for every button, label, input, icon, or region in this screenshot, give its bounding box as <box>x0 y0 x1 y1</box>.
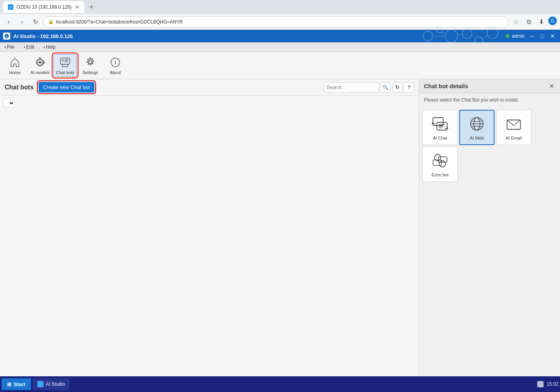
svg-point-5 <box>462 29 472 38</box>
menu-help[interactable]: Help <box>42 44 57 51</box>
taskbar: ⊞ Start AI Studio 15:02 <box>0 376 560 392</box>
page-title: Chat bots <box>5 84 34 91</box>
profile-icon[interactable]: G <box>548 16 557 25</box>
app-icon: A <box>3 33 10 40</box>
app-window: A AI Studio - 192.168.0.126 admin <box>0 30 560 392</box>
main-panel: Chat bots Create new Chat bot 🔍 ↻ ? <box>0 79 419 392</box>
svg-text:A: A <box>5 34 8 38</box>
tab-close-icon[interactable]: ✕ <box>75 4 80 10</box>
windows-icon: ⊞ <box>7 381 11 387</box>
ai-chat-icon <box>431 114 449 133</box>
search-area: 🔍 ↻ ? <box>324 82 414 93</box>
minimize-btn[interactable]: ─ <box>528 32 536 40</box>
bookmark-icon[interactable]: ☆ <box>511 16 522 27</box>
app-main: Chat bots Create new Chat bot 🔍 ↻ ? <box>0 79 560 392</box>
browser-chrome: O OZEKI 10 (192.168.0.126) ✕ + ‹ › ↻ 🔒 l… <box>0 0 560 30</box>
svg-rect-21 <box>65 60 68 60</box>
svg-rect-26 <box>433 118 443 125</box>
bot-card-ai-web[interactable]: AI Web <box>459 110 495 145</box>
svg-point-3 <box>436 27 443 33</box>
svg-point-6 <box>475 37 483 45</box>
right-panel-title: Chat bot details <box>424 83 547 89</box>
about-icon: i <box>109 56 122 69</box>
ai-email-icon <box>504 114 523 133</box>
browser-tab[interactable]: O OZEKI 10 (192.168.0.126) ✕ <box>3 1 84 13</box>
home-icon <box>9 56 21 69</box>
toolbar-settings[interactable]: Settings <box>78 54 102 77</box>
titlebar-controls: ─ □ ✕ <box>528 32 557 40</box>
toolbar-chat-bots[interactable]: Chat bots <box>53 54 77 77</box>
toolbar-settings-label: Settings <box>82 70 98 75</box>
settings-icon <box>84 56 96 69</box>
create-chat-bot-button[interactable]: Create new Chat bot <box>38 82 95 93</box>
extensions-icon[interactable]: ⧉ <box>523 16 534 27</box>
menu-file[interactable]: File <box>3 44 16 51</box>
chat-bots-icon <box>59 56 71 69</box>
svg-rect-20 <box>62 60 64 61</box>
close-btn[interactable]: ✕ <box>548 32 557 40</box>
ai-web-label: AI Web <box>470 136 484 140</box>
toolbar-about-label: About <box>110 70 121 75</box>
svg-point-36 <box>439 161 445 167</box>
toolbar-ai-models[interactable]: AI models <box>28 54 52 77</box>
app-title: AI Studio - 192.168.0.126 <box>13 33 413 39</box>
admin-status-dot <box>505 34 509 38</box>
svg-line-10 <box>458 34 462 34</box>
start-button[interactable]: ⊞ Start <box>2 378 31 390</box>
right-panel-description: Please select the Chat Bot you wish to i… <box>419 93 560 107</box>
download-icon[interactable]: ⬇ <box>536 16 547 27</box>
main-header: Chat bots Create new Chat bot 🔍 ↻ ? <box>0 79 419 96</box>
svg-line-9 <box>440 33 445 34</box>
admin-indicator: admin <box>505 33 525 39</box>
tab-favicon: O <box>8 4 13 10</box>
list-controls <box>3 99 416 107</box>
svg-point-7 <box>487 27 498 38</box>
tab-bar: O OZEKI 10 (192.168.0.126) ✕ + <box>0 0 560 14</box>
reload-btn[interactable]: ↻ <box>30 16 41 27</box>
lock-icon: 🔒 <box>48 19 54 24</box>
start-label: Start <box>14 381 25 387</box>
ai-chat-label: AI Chat <box>433 136 447 140</box>
ai-web-icon <box>467 114 486 133</box>
taskbar-keyboard-icon <box>537 381 544 387</box>
toolbar-home-label: Home <box>9 70 20 75</box>
bot-grid: AI Chat AI Web <box>419 107 560 185</box>
help-button[interactable]: ? <box>404 82 414 93</box>
maximize-btn[interactable]: □ <box>538 32 547 40</box>
address-text: localhost:9200/?a=Chat+bots&ncrefreshGDC… <box>56 19 503 25</box>
menu-edit[interactable]: Edit <box>22 44 36 51</box>
network-diagram <box>416 26 502 46</box>
refresh-button[interactable]: ↻ <box>392 82 402 93</box>
toolbar-chat-bots-label: Chat bots <box>56 70 74 75</box>
taskbar-app-label: AI Studio <box>46 381 65 387</box>
svg-point-2 <box>423 31 433 41</box>
echo-bot-icon <box>431 151 449 170</box>
right-panel-header: Chat bot details ✕ <box>419 79 560 93</box>
svg-text:i: i <box>115 60 116 65</box>
forward-btn[interactable]: › <box>16 16 27 27</box>
back-btn[interactable]: ‹ <box>3 16 14 27</box>
taskbar-clock: 15:02 <box>537 381 558 387</box>
list-area <box>0 96 419 378</box>
bot-card-ai-email[interactable]: AI Email <box>496 110 531 145</box>
clock: 15:02 <box>547 381 558 387</box>
svg-point-4 <box>445 30 458 42</box>
app-titlebar: A AI Studio - 192.168.0.126 admin <box>0 30 560 42</box>
toolbar-about[interactable]: i About <box>104 54 127 77</box>
list-dropdown[interactable] <box>3 99 15 107</box>
bot-card-echo-bot[interactable]: Echo bot <box>422 147 458 182</box>
right-panel-close-btn[interactable]: ✕ <box>547 82 555 90</box>
taskbar-app-item[interactable]: AI Studio <box>33 378 70 390</box>
toolbar-home[interactable]: Home <box>3 54 27 77</box>
bot-card-ai-chat[interactable]: AI Chat <box>422 110 458 145</box>
browser-nav-icons: ☆ ⧉ ⬇ G <box>511 16 557 27</box>
ai-models-icon <box>34 56 46 69</box>
tab-title: OZEKI 10 (192.168.0.126) <box>16 4 72 10</box>
new-tab-btn[interactable]: + <box>86 2 97 13</box>
svg-rect-22 <box>65 61 67 62</box>
svg-line-12 <box>483 36 487 38</box>
taskbar-app-icon <box>37 381 44 387</box>
search-input[interactable] <box>324 82 379 93</box>
admin-label: admin <box>512 33 525 39</box>
search-button[interactable]: 🔍 <box>380 82 391 93</box>
